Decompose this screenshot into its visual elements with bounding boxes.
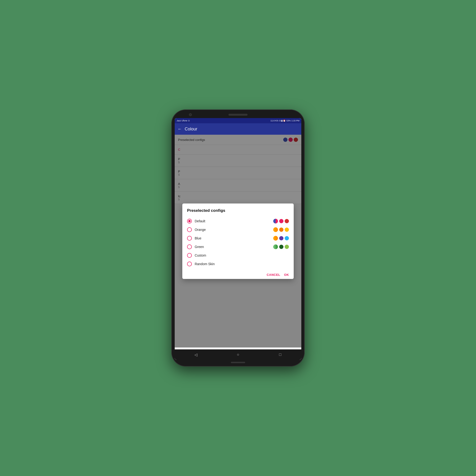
back-button[interactable]: ← bbox=[178, 127, 182, 132]
dot-default-2 bbox=[279, 219, 284, 223]
dot-orange-1 bbox=[273, 227, 278, 232]
label-blue: Blue bbox=[195, 236, 201, 240]
dot-blue-1 bbox=[273, 236, 278, 241]
phone-screen: Jazz Ufone ⊙ 11.6 K/s ⊙▦⏰ 53% 1:15 PM ← … bbox=[175, 118, 301, 360]
status-bar: Jazz Ufone ⊙ 11.6 K/s ⊙▦⏰ 53% 1:15 PM bbox=[175, 118, 301, 123]
dot-default-3 bbox=[285, 219, 289, 223]
phone-device: Jazz Ufone ⊙ 11.6 K/s ⊙▦⏰ 53% 1:15 PM ← … bbox=[171, 109, 305, 367]
dot-default-1 bbox=[273, 219, 278, 223]
option-custom[interactable]: Custom bbox=[187, 251, 289, 260]
option-orange[interactable]: Orange bbox=[187, 225, 289, 234]
dot-green-3 bbox=[285, 245, 289, 249]
label-orange: Orange bbox=[195, 228, 206, 232]
dialog-title: Preselected configs bbox=[187, 208, 289, 213]
dot-blue-3 bbox=[285, 236, 289, 240]
phone-camera bbox=[189, 113, 192, 116]
dot-green-1 bbox=[273, 244, 278, 249]
preselected-configs-dialog: Preselected configs Default bbox=[182, 204, 294, 279]
label-random: Random Skin bbox=[195, 262, 215, 266]
phone-top-bar bbox=[175, 114, 301, 116]
label-green: Green bbox=[195, 245, 204, 249]
radio-blue[interactable] bbox=[187, 236, 192, 241]
nav-home-button[interactable]: ○ bbox=[235, 351, 241, 358]
radio-orange[interactable] bbox=[187, 227, 192, 232]
label-custom: Custom bbox=[195, 254, 206, 257]
app-bar: ← Colour bbox=[175, 123, 301, 135]
bottom-nav: ◁ ○ □ bbox=[175, 349, 301, 360]
dialog-overlay[interactable]: Preselected configs Default bbox=[175, 135, 301, 347]
phone-speaker bbox=[228, 114, 248, 116]
radio-green[interactable] bbox=[187, 244, 192, 249]
dot-orange-3 bbox=[285, 227, 289, 232]
option-random[interactable]: Random Skin bbox=[187, 260, 289, 268]
nav-back-button[interactable]: ◁ bbox=[192, 351, 199, 358]
label-default: Default bbox=[195, 219, 205, 223]
nav-recent-button[interactable]: □ bbox=[277, 351, 284, 358]
screen-content: Preselected configs C P S P bbox=[175, 135, 301, 347]
ok-button[interactable]: OK bbox=[284, 273, 289, 276]
dialog-actions: CANCEL OK bbox=[187, 270, 289, 276]
option-green[interactable]: Green bbox=[187, 242, 289, 251]
cancel-button[interactable]: CANCEL bbox=[267, 273, 280, 276]
app-bar-title: Colour bbox=[185, 127, 197, 132]
dots-blue bbox=[273, 236, 289, 241]
dot-orange-2 bbox=[279, 227, 284, 232]
radio-random[interactable] bbox=[187, 262, 192, 266]
dot-green-2 bbox=[279, 245, 284, 249]
dots-default bbox=[273, 219, 289, 223]
phone-bottom-bar bbox=[231, 362, 245, 363]
option-blue[interactable]: Blue bbox=[187, 234, 289, 242]
status-carrier: Jazz Ufone ⊙ bbox=[177, 119, 190, 122]
radio-custom[interactable] bbox=[187, 253, 192, 258]
status-right: 11.6 K/s ⊙▦⏰ 53% 1:15 PM bbox=[270, 119, 299, 122]
dot-blue-2 bbox=[279, 236, 284, 240]
dots-green bbox=[273, 244, 289, 249]
option-default[interactable]: Default bbox=[187, 217, 289, 225]
dots-orange bbox=[273, 227, 289, 232]
radio-default[interactable] bbox=[187, 219, 192, 223]
